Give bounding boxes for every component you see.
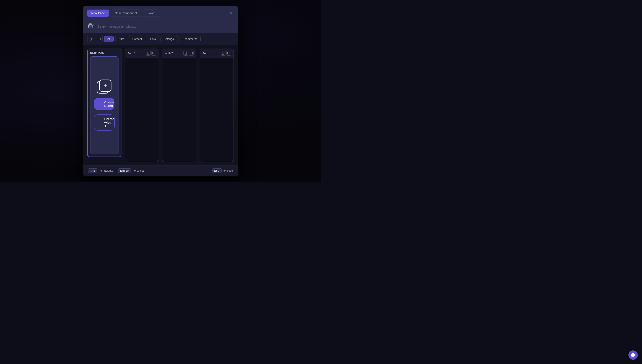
auth-1-view-icons	[146, 51, 156, 56]
tab-key-badge: TAB	[88, 168, 97, 173]
auth-2-label-row: Auth 2	[162, 49, 196, 58]
create-ai-button[interactable]: Create with AI	[94, 114, 115, 131]
tab-new-component[interactable]: New Component	[111, 10, 141, 17]
footer-left: TAB to navigate ENTER to select	[88, 169, 144, 172]
modal-overlay: New Page New Component Flows ×	[0, 0, 321, 182]
auth-1-card[interactable]: Auth 1	[125, 48, 159, 162]
tab-new-page[interactable]: New Page	[87, 10, 109, 17]
search-input[interactable]	[97, 24, 234, 28]
tab-key-label: to navigate	[100, 169, 113, 172]
filter-all[interactable]: All	[104, 36, 114, 42]
auth-3-mobile-icon[interactable]	[221, 51, 225, 56]
blank-page-card[interactable]: Blank Page + Create Blank Create with AI	[87, 48, 121, 157]
filter-settings[interactable]: Settings	[161, 36, 177, 42]
svg-rect-5	[90, 38, 92, 40]
auth-3-card[interactable]: Auth 3	[200, 48, 234, 162]
new-page-modal: New Page New Component Flows ×	[83, 6, 238, 176]
search-bar	[83, 20, 238, 33]
esc-key-label: to close	[223, 169, 233, 172]
auth-2-title: Auth 2	[165, 52, 173, 55]
svg-point-2	[89, 25, 90, 26]
enter-key-label: to select	[134, 169, 144, 172]
footer-right: ESC to close	[212, 168, 233, 173]
tab-flows[interactable]: Flows	[143, 10, 159, 17]
auth-1-desktop-icon[interactable]	[151, 51, 156, 56]
auth-1-preview	[125, 58, 159, 162]
svg-rect-7	[98, 38, 100, 40]
auth-3-desktop-icon[interactable]	[226, 51, 231, 56]
search-template-icon	[87, 23, 95, 30]
auth-3-label-row: Auth 3	[200, 49, 234, 58]
desktop-view-button[interactable]	[96, 36, 103, 42]
tab-key-group: TAB to navigate	[88, 169, 113, 172]
create-blank-button[interactable]: Create Blank	[94, 98, 114, 110]
filter-ecommerce[interactable]: E-commerce	[179, 36, 201, 42]
create-icon: +	[97, 80, 112, 94]
auth-3-view-icons	[221, 51, 231, 56]
auth-1-label-row: Auth 1	[125, 49, 159, 58]
blank-page-preview: + Create Blank Create with AI	[90, 56, 118, 154]
template-content-area: Blank Page + Create Blank Create with AI	[83, 45, 238, 165]
blank-page-label-row: Blank Page	[88, 49, 121, 56]
esc-key-badge: ESC	[212, 168, 222, 173]
auth-2-desktop-icon[interactable]	[189, 51, 194, 56]
close-button[interactable]: ×	[228, 10, 234, 16]
auth-1-title: Auth 1	[128, 52, 136, 55]
filter-auth[interactable]: Auth	[115, 36, 127, 42]
filter-lists[interactable]: Lists	[147, 36, 159, 42]
template-grid: Blank Page + Create Blank Create with AI	[87, 48, 234, 162]
enter-key-badge: ENTER	[118, 168, 131, 173]
auth-3-preview	[200, 58, 234, 162]
auth-3-title: Auth 3	[203, 52, 211, 55]
auth-2-card[interactable]: Auth 2	[162, 48, 196, 162]
svg-rect-13	[228, 52, 230, 54]
filter-bar: All Auth Content Lists Settings E-commer…	[83, 33, 238, 45]
svg-rect-12	[222, 52, 224, 54]
svg-rect-11	[190, 52, 192, 54]
auth-2-mobile-icon[interactable]	[183, 51, 188, 56]
auth-1-mobile-icon[interactable]	[146, 51, 151, 56]
svg-rect-9	[153, 52, 155, 54]
filter-content[interactable]: Content	[129, 36, 145, 42]
auth-2-view-icons	[183, 51, 194, 56]
enter-key-group: ENTER to select	[118, 169, 144, 172]
modal-header: New Page New Component Flows ×	[83, 6, 238, 20]
svg-point-3	[91, 25, 92, 26]
svg-rect-8	[147, 52, 149, 54]
svg-rect-1	[89, 24, 92, 25]
auth-2-preview	[162, 58, 196, 162]
plus-symbol: +	[104, 83, 107, 89]
mobile-view-button[interactable]	[87, 36, 94, 42]
svg-rect-6	[90, 40, 91, 40]
svg-rect-10	[185, 52, 187, 54]
modal-footer: TAB to navigate ENTER to select ESC to c…	[83, 165, 238, 176]
create-icon-front: +	[99, 80, 111, 92]
blank-page-title: Blank Page	[90, 51, 104, 54]
